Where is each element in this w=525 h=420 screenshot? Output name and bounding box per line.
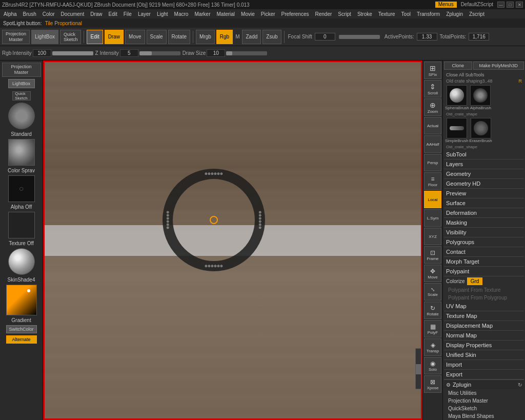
brush-preview2[interactable] bbox=[8, 139, 35, 166]
section-export[interactable]: Export bbox=[444, 370, 524, 379]
section-contact[interactable]: Contact bbox=[444, 247, 524, 257]
section-preview[interactable]: Preview bbox=[444, 189, 524, 198]
projection-master-left-btn[interactable]: ProjectionMaster bbox=[2, 63, 41, 77]
zsub-btn[interactable]: Zsub bbox=[262, 30, 281, 44]
material-preview[interactable] bbox=[8, 248, 35, 275]
make-polymesh3d-btn[interactable]: Make PolyMesh3D bbox=[473, 62, 524, 70]
nav-xpose[interactable]: ⊠Xpose bbox=[424, 375, 441, 393]
menu-draw[interactable]: Draw bbox=[88, 11, 105, 17]
brush-preset-alpha[interactable]: AlphaBrush bbox=[470, 85, 491, 110]
close-all-subtools[interactable]: Close All SubTools bbox=[444, 72, 524, 78]
section-import[interactable]: Import bbox=[444, 360, 524, 370]
nav-frame[interactable]: ⊡Frame bbox=[424, 246, 441, 264]
menu-light[interactable]: Light bbox=[154, 11, 171, 17]
menu-zplugin[interactable]: Zplugin bbox=[443, 11, 466, 17]
nav-scale[interactable]: ⤡Scale bbox=[424, 283, 441, 301]
nav-transp[interactable]: ◈Transp bbox=[424, 338, 441, 356]
zplugin-label[interactable]: Zplugin bbox=[453, 382, 471, 388]
menu-script[interactable]: Script bbox=[335, 11, 354, 17]
nav-zoom[interactable]: ⊕Zoom bbox=[424, 98, 441, 116]
section-polypaint[interactable]: Polypaint bbox=[444, 267, 524, 276]
menu-preferences[interactable]: Preferences bbox=[279, 11, 312, 17]
projection-master-right[interactable]: Projection Master bbox=[444, 397, 524, 405]
quick-sketch-btn[interactable]: QuickSketch bbox=[60, 30, 82, 44]
menu-zscript[interactable]: Zscript bbox=[467, 11, 487, 17]
nav-lsym[interactable]: L.Sym bbox=[424, 209, 441, 227]
misc-utilities[interactable]: Misc Utilities bbox=[444, 389, 524, 397]
section-display-properties[interactable]: Display Properties bbox=[444, 341, 524, 350]
menu-marker[interactable]: Marker bbox=[192, 11, 213, 17]
section-unified-skin[interactable]: Unified Skin bbox=[444, 350, 524, 360]
clone-btn[interactable]: Clone bbox=[444, 62, 472, 70]
section-subtool[interactable]: SubTool bbox=[444, 150, 524, 159]
nav-scroll[interactable]: ⇕Scroll bbox=[424, 80, 441, 97]
menu-movie[interactable]: Movie bbox=[238, 11, 257, 17]
rgb-intensity-value[interactable]: 100 bbox=[33, 49, 51, 57]
scrollbar-thumb[interactable] bbox=[416, 364, 421, 374]
menu-picker[interactable]: Picker bbox=[258, 11, 278, 17]
section-geometry-hd[interactable]: Geometry HD bbox=[444, 179, 524, 189]
section-masking[interactable]: Masking bbox=[444, 218, 524, 228]
menu-macro[interactable]: Macro bbox=[172, 11, 191, 17]
menu-render[interactable]: Render bbox=[313, 11, 335, 17]
nav-move[interactable]: ✥Move bbox=[424, 265, 441, 282]
alpha-preview[interactable]: ○ bbox=[8, 175, 35, 202]
nav-rotate[interactable]: ↻Rotate bbox=[424, 302, 441, 319]
maximize-button[interactable]: □ bbox=[507, 2, 514, 8]
nav-polyf[interactable]: ▦PolyF bbox=[424, 320, 441, 337]
nav-spix[interactable]: ⊞SPix bbox=[424, 62, 441, 79]
menu-brush[interactable]: Brush bbox=[21, 11, 39, 17]
menu-alpha[interactable]: Alpha bbox=[1, 11, 19, 17]
menu-document[interactable]: Document bbox=[58, 11, 87, 17]
projection-master-btn[interactable]: ProjectionMaster bbox=[2, 30, 30, 44]
section-texture-map[interactable]: Texture Map bbox=[444, 311, 524, 321]
menu-stroke[interactable]: Stroke bbox=[355, 11, 375, 17]
canvas-area[interactable]: ⊕⊕⊕⊕⊕⊕ ⊕⊕⊕⊕⊕⊕ ⊕⊕⊕⊕⊕⊕ ⊕⊕⊕⊕⊕⊕ bbox=[43, 61, 422, 420]
brush-preset-sphere[interactable]: SpheraBrush bbox=[445, 85, 469, 110]
section-uv-map[interactable]: UV Map bbox=[444, 302, 524, 311]
menu-edit[interactable]: Edit bbox=[106, 11, 120, 17]
grd-btn[interactable]: Grd bbox=[467, 277, 483, 285]
lightbox-btn[interactable]: LightBox bbox=[31, 30, 58, 44]
nav-aahalf[interactable]: AAHalf bbox=[424, 135, 441, 153]
section-geometry[interactable]: Geometry bbox=[444, 169, 524, 179]
vertical-scrollbar[interactable] bbox=[415, 348, 421, 389]
menus-button[interactable]: Menus bbox=[435, 2, 457, 8]
polypaint-from-polygroup[interactable]: Polypaint From Polygroup bbox=[444, 294, 524, 302]
mrgb-btn[interactable]: Mrgb bbox=[196, 30, 215, 44]
draw-btn[interactable]: Draw bbox=[105, 30, 124, 44]
z-intensity-value[interactable]: 5 bbox=[120, 49, 138, 57]
section-surface[interactable]: Surface bbox=[444, 198, 524, 208]
section-morph-target[interactable]: Morph Target bbox=[444, 257, 524, 267]
menu-color[interactable]: Color bbox=[40, 11, 57, 17]
texture-preview[interactable] bbox=[8, 212, 35, 238]
section-normal-map[interactable]: Normal Map bbox=[444, 331, 524, 341]
rgb-btn[interactable]: Rgb bbox=[216, 30, 233, 44]
scale-btn[interactable]: Scale bbox=[147, 30, 167, 44]
zadd-btn[interactable]: Zadd bbox=[242, 30, 261, 44]
lightbox-left-btn[interactable]: LightBox bbox=[8, 79, 35, 88]
draw-size-value[interactable]: 10 bbox=[207, 49, 225, 57]
color-picker[interactable] bbox=[6, 285, 37, 315]
nav-floor[interactable]: ≡Floor bbox=[424, 172, 441, 190]
section-layers[interactable]: Layers bbox=[444, 159, 524, 169]
rotate-btn[interactable]: Rotate bbox=[168, 30, 190, 44]
focal-shift-value[interactable]: 0 bbox=[315, 33, 335, 41]
edit-btn[interactable]: Edit bbox=[87, 30, 103, 44]
menu-transform[interactable]: Transform bbox=[414, 11, 442, 17]
eraser-brush-preset[interactable]: EraserBrush bbox=[469, 118, 492, 143]
nav-solo[interactable]: ◉Solo bbox=[424, 357, 441, 374]
close-button[interactable]: ✕ bbox=[516, 2, 523, 8]
switch-color-btn[interactable]: SwitchColor bbox=[6, 325, 37, 333]
menu-texture[interactable]: Texture bbox=[376, 11, 398, 17]
section-visibility[interactable]: Visibility bbox=[444, 228, 524, 237]
menu-material[interactable]: Material bbox=[214, 11, 238, 17]
section-displacement-map[interactable]: Displacement Map bbox=[444, 321, 524, 331]
move-btn[interactable]: Move bbox=[125, 30, 145, 44]
quick-sketch-left-btn[interactable]: QuickSketch bbox=[12, 91, 31, 101]
menu-file[interactable]: File bbox=[121, 11, 134, 17]
simple-brush-preset[interactable]: SimpleBrush bbox=[445, 118, 468, 143]
menu-tool[interactable]: Tool bbox=[399, 11, 413, 17]
polypaint-from-texture[interactable]: Polypaint From Texture bbox=[444, 286, 524, 294]
section-polygroups[interactable]: Polygroups bbox=[444, 237, 524, 247]
